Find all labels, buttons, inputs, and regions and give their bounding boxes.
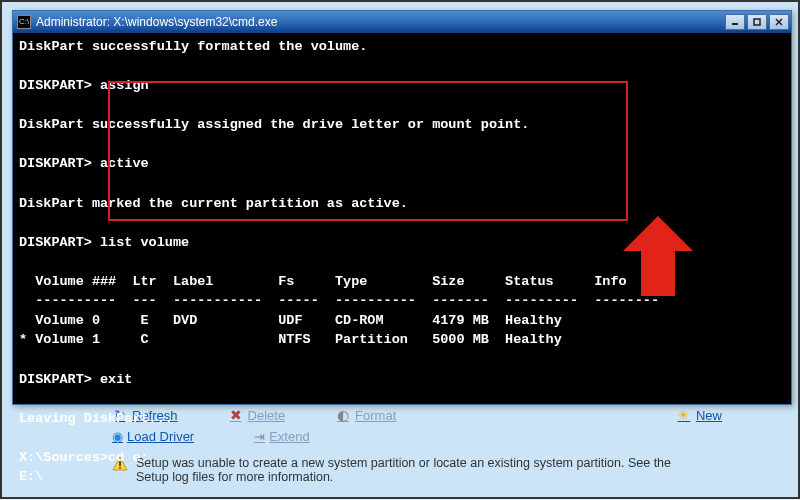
cmd-input: assign <box>100 78 149 93</box>
maximize-button[interactable] <box>747 14 767 30</box>
close-button[interactable] <box>769 14 789 30</box>
prompt: DISKPART> <box>19 156 100 171</box>
table-row: * Volume 1 C NTFS Partition 5000 MB Heal… <box>19 332 562 347</box>
cmd-input: active <box>100 156 149 171</box>
screenshot-frame: ↻ Refresh ✖ Delete ◐ Format ☀ New ◉ Load… <box>0 0 800 499</box>
window-title: Administrator: X:\windows\system32\cmd.e… <box>36 15 723 29</box>
prompt: DISKPART> <box>19 235 100 250</box>
term-line: DiskPart marked the current partition as… <box>19 196 408 211</box>
window-buttons <box>723 14 789 30</box>
term-line: Leaving DiskPart... <box>19 411 173 426</box>
term-line: E:\ <box>19 469 43 484</box>
minimize-button[interactable] <box>725 14 745 30</box>
cmd-input: exit <box>100 372 132 387</box>
cmd-input: list volume <box>100 235 189 250</box>
cmd-window: C:\ Administrator: X:\windows\system32\c… <box>12 10 792 405</box>
prompt: DISKPART> <box>19 78 100 93</box>
svg-rect-4 <box>754 19 760 25</box>
prompt: DISKPART> <box>19 372 100 387</box>
term-line: X:\Sources>cd e: <box>19 450 149 465</box>
cmd-icon: C:\ <box>17 15 31 29</box>
term-line: DiskPart successfully assigned the drive… <box>19 117 529 132</box>
table-row: Volume 0 E DVD UDF CD-ROM 4179 MB Health… <box>19 313 562 328</box>
term-line: DiskPart successfully formatted the volu… <box>19 39 367 54</box>
titlebar[interactable]: C:\ Administrator: X:\windows\system32\c… <box>13 11 791 33</box>
minimize-icon <box>730 17 740 27</box>
table-divider: ---------- --- ----------- ----- -------… <box>19 293 659 308</box>
close-icon <box>774 17 784 27</box>
table-header: Volume ### Ltr Label Fs Type Size Status… <box>19 274 627 289</box>
terminal-output[interactable]: DiskPart successfully formatted the volu… <box>13 33 791 500</box>
maximize-icon <box>752 17 762 27</box>
